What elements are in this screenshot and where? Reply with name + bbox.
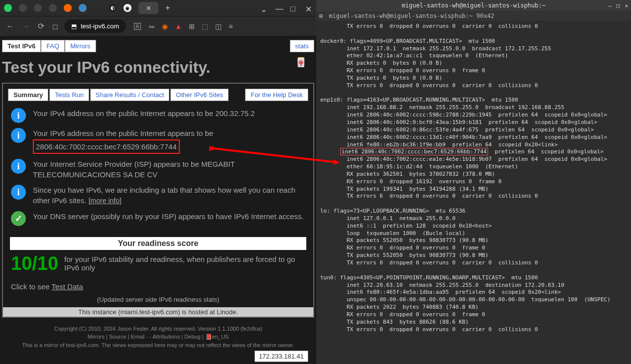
result-text: Your IPv4 address on the public Internet… bbox=[33, 108, 255, 119]
tab-stats[interactable]: stats bbox=[290, 40, 314, 52]
results-box: Summary Tests Run Share Results / Contac… bbox=[2, 83, 314, 318]
reload-button[interactable]: ⟳ bbox=[36, 19, 46, 33]
close-icon[interactable]: ✕ bbox=[625, 2, 628, 9]
subtab-tests[interactable]: Tests Run bbox=[49, 89, 89, 101]
result-row: iSince you have IPv6, we are including a… bbox=[11, 185, 305, 206]
close-icon[interactable]: ✕ bbox=[305, 4, 312, 11]
tab-icon[interactable] bbox=[34, 4, 42, 12]
tab-test-ipv6[interactable]: Test IPv6 bbox=[2, 40, 41, 52]
forward-button[interactable]: → bbox=[20, 20, 32, 33]
footer-copyright: Copyright (C) 2010, 2024 Jason Fesler. A… bbox=[2, 325, 314, 333]
subtab-summary[interactable]: Summary bbox=[8, 89, 48, 101]
info-icon: i bbox=[11, 185, 26, 200]
language-icon[interactable]: 🀄 bbox=[295, 57, 306, 68]
brave-icon[interactable]: ▲ bbox=[175, 22, 182, 30]
tab-whatsapp-icon[interactable] bbox=[4, 4, 12, 12]
extensions-icon[interactable]: ⊞ bbox=[189, 22, 195, 30]
readiness-score: 10/10 bbox=[11, 253, 58, 274]
browser-toolbar: ← → ⟳ ◻ ⬒ test-ipv6.com 🄰 ⫘ ◉ ▲ ⊞ ⬚ ◫ ≡ bbox=[0, 16, 316, 36]
result-text: Your DNS server (possibly run by your IS… bbox=[33, 211, 304, 222]
new-tab-button[interactable]: + bbox=[165, 3, 170, 12]
terminal-titlebar: miguel-santos-wh@miguel-santos-wisphub:~… bbox=[316, 0, 631, 11]
result-row: iYour IPv6 address on the public Interne… bbox=[11, 128, 305, 154]
page-content: Test IPv6 FAQ Mirrors stats 🀄 Test your … bbox=[0, 36, 316, 364]
subtab-share[interactable]: Share Results / Contact bbox=[90, 89, 169, 101]
minimize-icon[interactable]: — bbox=[608, 2, 612, 9]
test-data-prefix: Click to see bbox=[11, 282, 51, 291]
ipv6-highlight-terminal: inet6 2806:40c:7002:cccc:bec7:6529:66bb:… bbox=[340, 148, 488, 155]
minimize-icon[interactable]: — bbox=[275, 4, 282, 11]
updated-note: (Updated server side IPv6 readiness stat… bbox=[3, 296, 313, 307]
ip-box: 172.233.181.41 bbox=[254, 351, 308, 362]
result-text: Your IPv6 address on the public Internet… bbox=[33, 128, 213, 154]
info-icon: i bbox=[11, 128, 26, 143]
menu-icon[interactable]: ≡ bbox=[229, 22, 233, 30]
ipv6-highlight-box: 2806:40c:7002:cccc:bec7:6529:66bb:7744 bbox=[33, 139, 180, 154]
page-footer: Copyright (C) 2010, 2024 Jason Fesler. A… bbox=[2, 325, 314, 350]
hosted-note: This instance (miami.test-ipv6.com) is h… bbox=[3, 307, 313, 317]
readiness-title: Your readiness score bbox=[10, 237, 306, 250]
result-row: ✓Your DNS server (possibly run by your I… bbox=[11, 211, 305, 226]
tab-icon[interactable] bbox=[64, 4, 72, 12]
info-icon: i bbox=[11, 159, 26, 174]
tab-icon[interactable]: ◐ bbox=[109, 4, 117, 12]
tab-mirrors[interactable]: Mirrors bbox=[65, 40, 96, 52]
footer-mirror: This is a mirror of test-ipv6.com. The v… bbox=[2, 341, 314, 350]
tab-icon[interactable] bbox=[79, 4, 87, 12]
more-info-link[interactable]: [more info] bbox=[89, 197, 122, 205]
info-icon: i bbox=[11, 108, 26, 123]
sidebar-icon[interactable]: ◫ bbox=[215, 22, 222, 30]
page-title: Test your IPv6 connectivity. bbox=[2, 58, 314, 77]
terminal-window: miguel-santos-wh@miguel-santos-wisphub:~… bbox=[316, 0, 631, 364]
terminal-tab-bar: ⊞ miguel-santos-wh@miguel-santos-wisphub… bbox=[316, 11, 631, 21]
result-row: iYour IPv4 address on the public Interne… bbox=[11, 108, 305, 123]
site-info-icon[interactable]: ⬒ bbox=[71, 23, 77, 30]
maximize-icon[interactable]: □ bbox=[290, 4, 297, 11]
subtab-other[interactable]: Other IPv6 Sites bbox=[170, 89, 229, 101]
browser-window: ◐ ◉ ✕ + ⌄ — □ ✕ ← → ⟳ ◻ ⬒ test-ipv6.com … bbox=[0, 0, 316, 364]
result-text: Your Internet Service Provider (ISP) app… bbox=[33, 159, 305, 180]
active-tab-close[interactable]: ✕ bbox=[138, 2, 158, 14]
tab-icon[interactable] bbox=[49, 4, 57, 12]
result-text: Since you have IPv6, we are including a … bbox=[33, 185, 305, 206]
chevron-down-icon[interactable]: ⌄ bbox=[260, 4, 267, 11]
browser-titlebar: ◐ ◉ ✕ + ⌄ — □ ✕ bbox=[0, 0, 316, 16]
back-button[interactable]: ← bbox=[4, 20, 16, 33]
subtab-help[interactable]: For the Help Desk bbox=[245, 89, 308, 101]
terminal-tab[interactable]: miguel-santos-wh@miguel-santos-wisphub:~… bbox=[329, 12, 494, 19]
url-text: test-ipv6.com bbox=[81, 22, 119, 30]
downloads-icon[interactable]: ⬚ bbox=[202, 22, 208, 30]
bookmark-button[interactable]: ◻ bbox=[50, 20, 60, 32]
translate-icon[interactable]: 🄰 bbox=[134, 22, 141, 30]
check-icon: ✓ bbox=[11, 211, 26, 226]
share-icon[interactable]: ⫘ bbox=[148, 22, 155, 30]
test-data-link[interactable]: Test Data bbox=[51, 282, 83, 291]
url-bar[interactable]: ⬒ test-ipv6.com bbox=[64, 19, 126, 33]
tab-icon[interactable] bbox=[19, 4, 27, 12]
tab-github-icon[interactable]: ◉ bbox=[124, 4, 131, 12]
tab-faq[interactable]: FAQ bbox=[41, 40, 65, 52]
terminal-output[interactable]: TX errors 0 dropped 0 overruns 0 carrier… bbox=[316, 21, 631, 335]
result-row: iYour Internet Service Provider (ISP) ap… bbox=[11, 159, 305, 180]
terminal-title: miguel-santos-wh@miguel-santos-wisphub:~ bbox=[402, 2, 546, 9]
score-description: for your IPv6 stability and readiness, w… bbox=[64, 255, 305, 272]
grid-icon[interactable]: ⊞ bbox=[319, 12, 323, 19]
maximize-icon[interactable]: □ bbox=[617, 2, 620, 9]
footer-links[interactable]: Mirrors | Source | Email - - Attribution… bbox=[2, 333, 314, 341]
shield-icon[interactable]: ◉ bbox=[162, 22, 168, 30]
